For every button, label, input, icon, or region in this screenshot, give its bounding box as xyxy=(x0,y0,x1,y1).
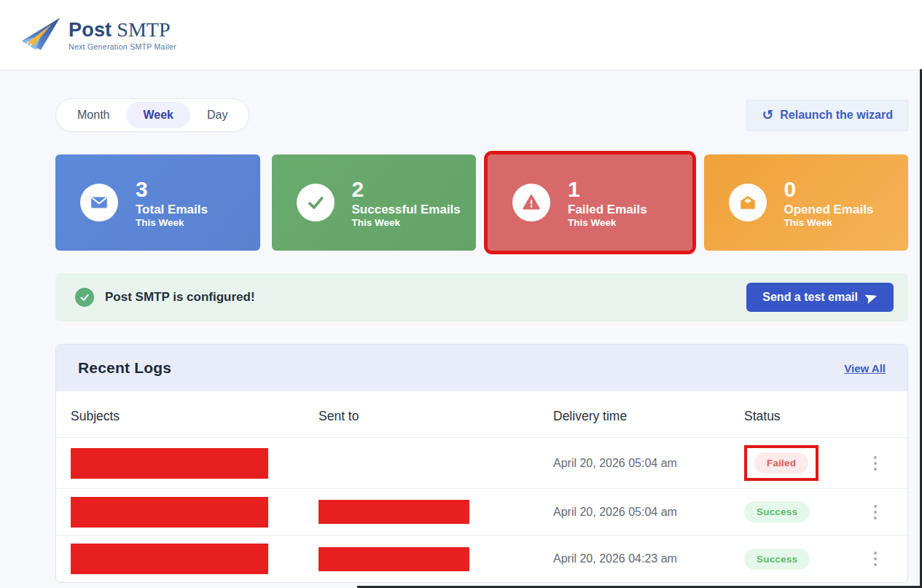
logo-tagline: Next Generation SMTP Mailer xyxy=(69,42,176,51)
log-row: April 20, 2026 05:04 am Failed xyxy=(56,438,907,489)
log-row: April 20, 2026 04:23 am Success xyxy=(56,536,907,582)
log-row: April 20, 2026 05:04 am Success xyxy=(56,489,907,536)
stat-value: 1 xyxy=(568,177,647,203)
delivery-time: April 20, 2026 04:23 am xyxy=(553,552,744,565)
period-option-month[interactable]: Month xyxy=(60,102,126,128)
kebab-menu-icon[interactable] xyxy=(871,453,880,474)
relaunch-wizard-button[interactable]: ↺ Relaunch the wizard xyxy=(746,100,908,131)
recent-logs-title: Recent Logs xyxy=(78,359,171,377)
logo-name-bold: Post xyxy=(69,19,112,42)
period-option-day[interactable]: Day xyxy=(190,102,244,128)
stat-sublabel: This Week xyxy=(136,217,208,228)
envelope-icon xyxy=(80,184,118,222)
stat-value: 0 xyxy=(784,177,874,203)
kebab-menu-icon[interactable] xyxy=(871,502,880,522)
paper-plane-logo-icon xyxy=(20,15,61,55)
stat-label: Successful Emails xyxy=(352,202,461,217)
stat-label: Opened Emails xyxy=(784,202,874,217)
kebab-menu-icon[interactable] xyxy=(871,549,880,569)
stat-card-opened-emails: 0 Opened Emails This Week xyxy=(704,154,909,251)
status-badge: Failed xyxy=(754,452,808,474)
configured-message: Post SMTP is configured! xyxy=(105,290,255,305)
toolbar: Month Week Day ↺ Relaunch the wizard xyxy=(55,98,908,132)
stat-label: Failed Emails xyxy=(568,202,647,217)
redacted-sent-to xyxy=(319,547,469,571)
delivery-time: April 20, 2026 05:04 am xyxy=(553,506,744,519)
redacted-sent-to xyxy=(319,500,469,524)
app-header: Post SMTP Next Generation SMTP Mailer xyxy=(0,0,922,69)
dashboard-main: Month Week Day ↺ Relaunch the wizard 3 T… xyxy=(0,69,922,583)
delivery-time: April 20, 2026 05:04 am xyxy=(553,457,744,470)
stat-card-failed-emails-highlighted: 1 Failed Emails This Week xyxy=(488,154,692,251)
stat-label: Total Emails xyxy=(136,202,208,217)
column-status: Status xyxy=(744,409,861,424)
redacted-subject xyxy=(71,497,268,528)
stat-sublabel: This Week xyxy=(784,217,874,228)
recent-logs-panel: Recent Logs View All Subjects Sent to De… xyxy=(55,344,908,583)
logo-name-light: SMTP xyxy=(117,18,170,42)
period-option-week[interactable]: Week xyxy=(126,102,190,128)
redacted-subject xyxy=(71,448,268,479)
rotate-ccw-icon: ↺ xyxy=(762,108,773,122)
send-test-email-button[interactable]: Send a test email xyxy=(746,283,894,312)
column-sent-to: Sent to xyxy=(319,409,553,424)
stat-value: 3 xyxy=(136,177,208,203)
check-circle-icon xyxy=(75,288,94,307)
warning-icon xyxy=(512,184,550,222)
stat-sublabel: This Week xyxy=(352,217,461,228)
check-icon xyxy=(297,184,335,222)
send-icon xyxy=(864,289,879,305)
column-subjects: Subjects xyxy=(71,409,319,424)
stat-card-total-emails: 3 Total Emails This Week xyxy=(55,154,260,251)
stat-value: 2 xyxy=(352,177,461,203)
configured-banner: Post SMTP is configured! Send a test ema… xyxy=(55,273,908,321)
status-highlight-annotation: Failed xyxy=(744,445,819,481)
stats-row: 3 Total Emails This Week 2 Successful Em… xyxy=(55,154,908,251)
status-badge: Success xyxy=(744,501,810,522)
status-badge: Success xyxy=(744,549,810,570)
post-smtp-logo: Post SMTP Next Generation SMTP Mailer xyxy=(20,15,176,55)
view-all-link[interactable]: View All xyxy=(844,362,886,375)
open-envelope-icon xyxy=(729,184,767,222)
redacted-subject xyxy=(71,544,268,574)
stat-sublabel: This Week xyxy=(568,217,647,228)
stat-card-successful-emails: 2 Successful Emails This Week xyxy=(272,154,477,251)
send-test-email-label: Send a test email xyxy=(762,291,858,304)
period-toggle: Month Week Day xyxy=(55,98,249,132)
logs-column-headers: Subjects Sent to Delivery time Status xyxy=(56,391,907,438)
column-delivery-time: Delivery time xyxy=(553,409,744,424)
relaunch-wizard-label: Relaunch the wizard xyxy=(780,109,893,122)
